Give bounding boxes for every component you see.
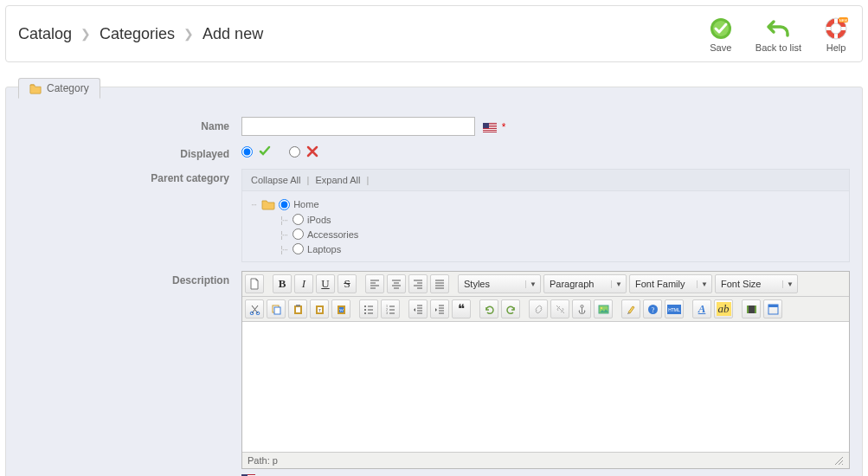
tree-item-radio[interactable] [293, 214, 304, 225]
breadcrumb-add-new: Add new [203, 25, 263, 43]
tree-body: ··· Home ¦··· iPods [242, 191, 849, 261]
tree-item-label: Laptops [307, 244, 341, 254]
media-button[interactable] [742, 299, 761, 318]
x-icon [305, 145, 319, 158]
cleanup-button[interactable] [621, 299, 640, 318]
format-select[interactable]: Paragraph▼ [543, 274, 627, 293]
separator: | [367, 175, 370, 185]
help-label: Help [826, 42, 846, 53]
row-parent: Parent category Collapse All | Expand Al… [18, 169, 850, 262]
paste-word-button[interactable]: W [331, 299, 350, 318]
tree-root-radio[interactable] [279, 199, 290, 210]
align-left-button[interactable] [365, 274, 384, 293]
collapse-all-link[interactable]: Collapse All [251, 175, 300, 185]
svg-rect-45 [755, 306, 756, 313]
name-input[interactable] [241, 117, 475, 136]
tree-connector: ¦··· [280, 215, 287, 225]
parent-label: Parent category [18, 169, 241, 184]
description-flag[interactable] [241, 473, 850, 476]
resize-handle-icon[interactable] [833, 455, 844, 466]
svg-rect-5 [825, 27, 847, 30]
svg-text:3: 3 [386, 311, 388, 314]
svg-text:NEW: NEW [839, 18, 848, 23]
paste-text-button[interactable]: T [310, 299, 329, 318]
check-circle-icon [707, 15, 735, 42]
anchor-button[interactable] [572, 299, 591, 318]
indent-button[interactable] [430, 299, 449, 318]
newdoc-button[interactable] [245, 274, 264, 293]
expand-all-link[interactable]: Expand All [315, 175, 360, 185]
svg-text:?: ? [651, 306, 654, 313]
cut-button[interactable] [245, 299, 264, 318]
save-button[interactable]: Save [707, 15, 735, 53]
backcolor-button[interactable]: ab [714, 299, 733, 318]
save-label: Save [710, 42, 731, 53]
forecolor-button[interactable]: A [692, 299, 711, 318]
strike-button[interactable]: S [338, 274, 357, 293]
editor-statusbar: Path: p [242, 452, 849, 468]
unlink-button[interactable] [550, 299, 569, 318]
tree-connector: ¦··· [280, 229, 287, 240]
chevron-right-icon: ❯ [80, 27, 91, 41]
help-button[interactable]: ? [643, 299, 662, 318]
redo-button[interactable] [501, 299, 520, 318]
tree-item[interactable]: ¦··· Laptops [251, 241, 840, 256]
styles-select[interactable]: Styles▼ [458, 274, 541, 293]
tab-strip: Category [6, 87, 862, 107]
link-button[interactable] [529, 299, 548, 318]
tree-item-radio[interactable] [293, 228, 304, 240]
back-button[interactable]: Back to list [755, 15, 801, 53]
check-icon [258, 145, 272, 158]
image-button[interactable] [594, 299, 613, 318]
breadcrumb-catalog[interactable]: Catalog [18, 25, 72, 43]
tab-label: Category [47, 82, 89, 94]
rich-text-editor: B I U S Styles▼ Paragraph▼ Font Family▼ [241, 271, 850, 469]
svg-rect-14 [483, 129, 497, 130]
editor-toolbar-1: B I U S Styles▼ Paragraph▼ Font Family▼ [242, 272, 849, 297]
svg-rect-23 [296, 305, 300, 306]
bold-button[interactable]: B [273, 274, 292, 293]
tree-connector: ¦··· [280, 244, 287, 254]
folder-icon [29, 82, 42, 94]
number-list-button[interactable]: 123 [381, 299, 400, 318]
fullscreen-button[interactable] [763, 299, 782, 318]
editor-toolbar-2: T W 123 ❝ [242, 297, 849, 322]
align-center-button[interactable] [387, 274, 406, 293]
displayed-label: Displayed [18, 145, 241, 160]
align-right-button[interactable] [408, 274, 428, 293]
tree-root[interactable]: ··· Home [251, 196, 840, 212]
copy-button[interactable] [267, 299, 286, 318]
name-label: Name [18, 117, 241, 132]
svg-rect-22 [296, 307, 300, 312]
row-displayed: Displayed [18, 145, 850, 160]
bullet-list-button[interactable] [359, 299, 378, 318]
fontsize-select[interactable]: Font Size▼ [715, 274, 798, 293]
tree-item[interactable]: ¦··· iPods [251, 212, 840, 227]
svg-point-30 [364, 306, 366, 307]
tab-category[interactable]: Category [18, 78, 100, 99]
breadcrumb-categories[interactable]: Categories [100, 25, 175, 43]
outdent-button[interactable] [408, 299, 428, 318]
fontfamily-select[interactable]: Font Family▼ [629, 274, 712, 293]
svg-point-32 [364, 312, 366, 314]
editor-textarea[interactable] [242, 322, 849, 452]
tree-item-radio[interactable] [293, 243, 304, 254]
undo-button[interactable] [479, 299, 498, 318]
italic-button[interactable]: I [294, 274, 313, 293]
displayed-no-radio[interactable] [289, 146, 300, 158]
help-button[interactable]: NEW Help [822, 15, 850, 53]
row-name: Name * [18, 117, 850, 136]
flag-us-icon[interactable] [483, 123, 497, 132]
underline-button[interactable]: U [316, 274, 335, 293]
header-actions: Save Back to list NEW Help [707, 15, 850, 53]
align-justify-button[interactable] [430, 274, 449, 293]
paste-button[interactable] [288, 299, 307, 318]
displayed-yes-radio[interactable] [241, 146, 253, 158]
folder-open-icon [261, 198, 275, 210]
description-label: Description [18, 271, 241, 286]
tree-item-label: iPods [307, 215, 331, 225]
blockquote-button[interactable]: ❝ [452, 299, 471, 318]
required-mark: * [502, 121, 506, 133]
tree-item[interactable]: ¦··· Accessories [251, 227, 840, 241]
html-button[interactable]: HTML [665, 299, 684, 318]
